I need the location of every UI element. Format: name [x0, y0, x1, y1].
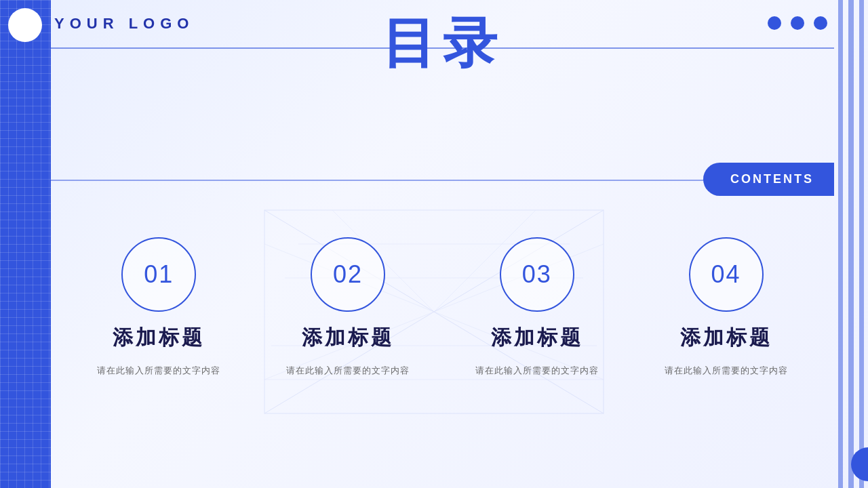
item-title-1: 添加标题: [113, 324, 205, 352]
divider-row: CONTENTS: [51, 180, 834, 181]
item-number-1: 01: [144, 260, 174, 289]
item-2: 02 添加标题 请在此输入所需要的文字内容: [273, 237, 422, 378]
item-desc-4: 请在此输入所需要的文字内容: [665, 364, 788, 378]
dot-2: [791, 16, 804, 30]
item-title-3: 添加标题: [491, 324, 583, 352]
title-section: 目录: [51, 0, 834, 80]
dot-1: [768, 16, 781, 30]
items-section: 01 添加标题 请在此输入所需要的文字内容 02 添加标题 请在此输入所需要的文…: [51, 197, 834, 398]
logo-circle: [8, 8, 42, 42]
item-title-2: 添加标题: [302, 324, 394, 352]
item-circle-2: 02: [311, 237, 385, 312]
top-dots-decoration: [768, 16, 827, 30]
dot-3: [814, 16, 827, 30]
item-desc-3: 请在此输入所需要的文字内容: [475, 364, 599, 378]
top-horizontal-line: [51, 47, 834, 49]
vline-3: [859, 0, 864, 488]
item-3: 03 添加标题 请在此输入所需要的文字内容: [462, 237, 612, 378]
right-decoration: [834, 0, 868, 488]
item-title-4: 添加标题: [680, 324, 772, 352]
item-number-2: 02: [333, 260, 363, 289]
item-desc-1: 请在此输入所需要的文字内容: [97, 364, 220, 378]
contents-badge: CONTENTS: [703, 163, 834, 196]
main-title: 目录: [382, 14, 504, 73]
item-number-4: 04: [711, 260, 741, 289]
left-sidebar: [0, 0, 51, 488]
item-1: 01 添加标题 请在此输入所需要的文字内容: [84, 237, 233, 378]
item-circle-1: 01: [121, 237, 196, 312]
item-circle-3: 03: [500, 237, 574, 312]
item-number-3: 03: [522, 260, 552, 289]
item-4: 04 添加标题 请在此输入所需要的文字内容: [652, 237, 801, 378]
vline-1: [838, 0, 843, 488]
item-circle-4: 04: [689, 237, 764, 312]
logo-text: YOUR LOGO: [54, 15, 194, 33]
sidebar-grid: [0, 0, 51, 488]
vline-2: [848, 0, 853, 488]
item-desc-2: 请在此输入所需要的文字内容: [286, 364, 410, 378]
